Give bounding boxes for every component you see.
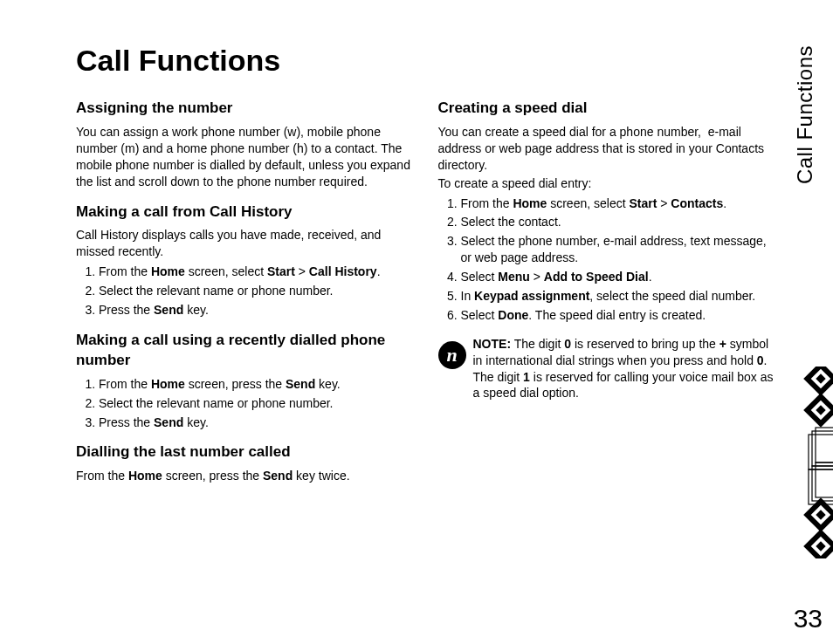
content-columns: Assigning the number You can assign a wo… — [76, 99, 781, 497]
note-block: n NOTE: The digit 0 is reserved to bring… — [438, 336, 781, 402]
svg-rect-4 — [816, 428, 833, 462]
manual-page: Call Functions 33 Call — [0, 0, 833, 644]
section-heading: Dialling the last number called — [76, 442, 419, 462]
list-item: In Keypad assignment, select the speed d… — [461, 288, 781, 305]
list-item: Select the phone number, e-mail address,… — [461, 233, 781, 266]
svg-rect-7 — [816, 462, 833, 497]
list-item: Select Menu > Add to Speed Dial. — [461, 269, 781, 285]
page-title: Call Functions — [76, 44, 781, 78]
list-item: Press the Send key. — [99, 302, 419, 319]
note-icon: n — [438, 341, 466, 369]
list-item: From the Home screen, select Start > Cal… — [99, 264, 419, 280]
list-item: Press the Send key. — [99, 414, 419, 431]
list-item: Select the contact. — [461, 214, 781, 230]
step-list: From the Home screen, select Start > Cal… — [76, 264, 419, 319]
side-tab-label: Call Functions — [793, 45, 817, 184]
section-heading: Creating a speed dial — [438, 99, 781, 119]
body-text: From the Home screen, press the Send key… — [76, 468, 419, 484]
section-heading: Making a call from Call History — [76, 202, 419, 223]
list-item: Select the relevant name or phone number… — [99, 395, 419, 412]
section-heading: Assigning the number — [76, 99, 419, 119]
right-column: Creating a speed dial You can create a s… — [438, 99, 781, 497]
edge-decoration-icon — [791, 367, 833, 558]
list-item: From the Home screen, select Start > Con… — [461, 195, 781, 212]
body-text: Call History displays calls you have mad… — [76, 227, 419, 260]
left-column: Assigning the number You can assign a wo… — [76, 99, 419, 497]
list-item: From the Home screen, press the Send key… — [99, 376, 419, 393]
note-text: NOTE: The digit 0 is reserved to bring u… — [473, 336, 781, 402]
page-number: 33 — [794, 604, 823, 634]
body-text: You can create a speed dial for a phone … — [438, 124, 781, 174]
list-item: Select the relevant name or phone number… — [99, 283, 419, 299]
section-heading: Making a call using a recently dialled p… — [76, 331, 419, 371]
list-item: Select Done. The speed dial entry is cre… — [461, 307, 781, 324]
step-list: From the Home screen, press the Send key… — [76, 376, 419, 431]
body-text: You can assign a work phone number (w), … — [76, 124, 419, 190]
step-list: From the Home screen, select Start > Con… — [438, 195, 781, 324]
body-text: To create a speed dial entry: — [438, 175, 781, 192]
